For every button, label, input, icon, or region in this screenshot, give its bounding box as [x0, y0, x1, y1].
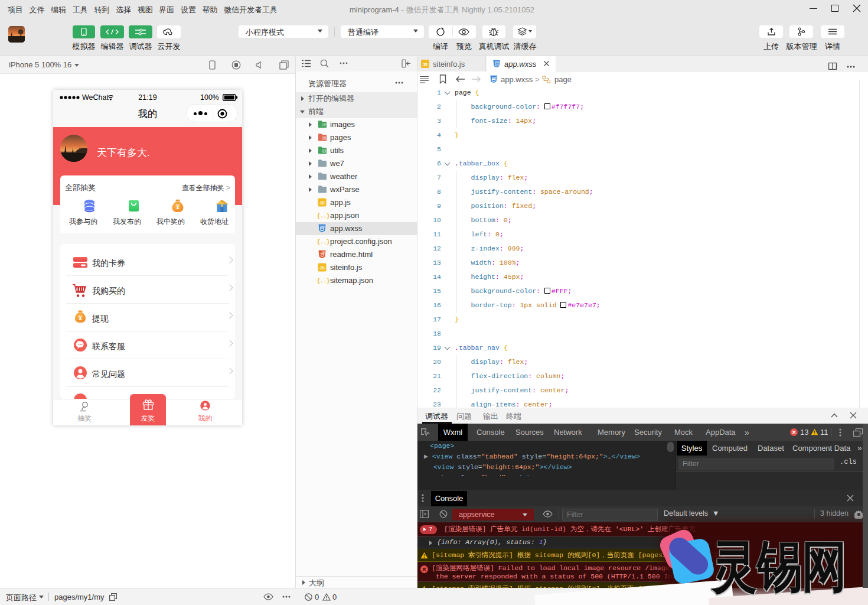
svg-text:JS: JS: [319, 200, 325, 206]
svg-text:JS: JS: [423, 63, 428, 67]
svg-text:¥: ¥: [79, 315, 82, 321]
svg-text:¥: ¥: [176, 204, 180, 210]
svg-text:{..}: {..}: [317, 278, 330, 284]
svg-text:{..}: {..}: [317, 239, 330, 245]
svg-text:{..}: {..}: [317, 213, 330, 219]
svg-text:WeChat: WeChat: [82, 93, 109, 101]
svg-text:JS: JS: [319, 265, 325, 271]
